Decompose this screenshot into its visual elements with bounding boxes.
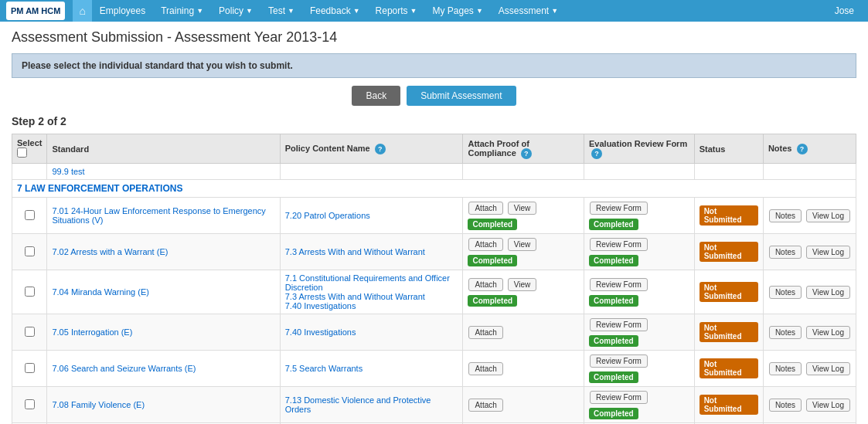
review-form-button[interactable]: Review Form [590,354,648,368]
attach-button[interactable]: Attach [468,238,502,251]
eval-review-help-icon[interactable]: ? [591,148,602,159]
review-completed-badge: Completed [589,295,638,307]
attach-button[interactable]: Attach [468,202,502,215]
nav-feedback[interactable]: Feedback▼ [302,0,368,22]
attach-button[interactable]: Attach [468,326,502,339]
policy-link[interactable]: 7.40 Investigations [285,301,356,310]
policy-link[interactable]: 7.3 Arrests With and Without Warrant [285,247,425,256]
eval-review-cell: Review FormCompleted [584,198,695,234]
standard-link[interactable]: 99.9 test [52,167,84,176]
eval-review-cell: Review FormCompleted [584,270,695,314]
col-attach-proof: Attach Proof of Compliance ? [463,134,584,164]
nav-training[interactable]: Training▼ [153,0,211,22]
standard-link[interactable]: 7.01 24-Hour Law Enforcement Response to… [52,206,265,225]
row-checkbox[interactable] [25,246,35,256]
nav-mypages[interactable]: My Pages▼ [425,0,491,22]
notes-container: NotesView Log [768,209,851,223]
view-log-button[interactable]: View Log [806,286,850,299]
status-container: Not Submitted [700,358,758,378]
col-standard: Standard [47,134,280,164]
review-form-container: Review FormCompleted [589,354,689,383]
logo: PM AM HCM [6,2,65,20]
review-form-button[interactable]: Review Form [590,202,648,215]
view-button[interactable]: View [508,278,537,291]
policy-link[interactable]: 7.3 Arrests With and Without Warrant [285,292,425,301]
view-button[interactable]: View [508,238,537,251]
standard-link[interactable]: 7.08 Family Violence (E) [52,400,145,409]
attach-button[interactable]: Attach [468,362,502,375]
section-header-link[interactable]: 7 LAW ENFORCEMENT OPERATIONS [17,183,182,194]
back-button[interactable]: Back [352,86,400,106]
not-submitted-badge: Not Submitted [700,282,758,302]
policy-content-cell [280,164,463,180]
view-log-button[interactable]: View Log [806,362,850,375]
eval-review-cell: Review FormCompleted [584,314,695,351]
policy-content-help-icon[interactable]: ? [375,144,386,154]
submit-assessment-button[interactable]: Submit Assessment [407,86,516,106]
action-buttons: Back Submit Assessment [12,86,856,106]
status-cell [694,164,763,180]
policy-link[interactable]: 7.1 Constitutional Requirements and Offi… [285,273,450,292]
chevron-down-icon: ▼ [353,0,360,22]
notes-cell: NotesView Log [763,314,856,351]
review-form-container: Review FormCompleted [589,277,689,307]
attach-proof-cell: Attach [463,314,584,351]
view-button[interactable]: View [508,202,537,215]
view-log-button[interactable]: View Log [806,209,850,222]
policy-link[interactable]: 7.20 Patrol Operations [285,211,370,220]
notes-button[interactable]: Notes [769,209,802,222]
standard-link[interactable]: 7.04 Miranda Warning (E) [52,287,149,297]
nav-employees[interactable]: Employees [92,0,153,22]
standard-link[interactable]: 7.05 Interrogation (E) [52,327,132,337]
review-form-button[interactable]: Review Form [590,238,648,251]
notes-button[interactable]: Notes [769,326,802,339]
attach-button[interactable]: Attach [468,399,502,412]
table-row: 7 LAW ENFORCEMENT OPERATIONS [12,180,856,198]
notes-help-icon[interactable]: ? [797,144,808,154]
standard-link[interactable]: 7.06 Search and Seizure Warrants (E) [52,364,196,373]
not-submitted-badge: Not Submitted [700,205,758,226]
nav-reports[interactable]: Reports▼ [368,0,425,22]
attach-proof-cell: AttachViewCompleted [463,270,584,314]
view-log-button[interactable]: View Log [806,326,850,339]
nav-test[interactable]: Test▼ [260,0,302,22]
eval-review-cell: Review FormCompleted [584,351,695,387]
review-form-button[interactable]: Review Form [590,278,648,291]
select-all-checkbox[interactable] [17,148,27,158]
policy-link[interactable]: 7.13 Domestic Violence and Protective Or… [285,395,431,414]
view-log-button[interactable]: View Log [806,246,850,259]
policy-link[interactable]: 7.40 Investigations [285,327,356,337]
home-button[interactable]: ⌂ [73,0,91,22]
chevron-down-icon: ▼ [288,0,294,22]
row-checkbox[interactable] [25,399,35,409]
step-label: Step 2 of 2 [12,115,856,127]
review-completed-badge: Completed [589,255,638,266]
attach-completed-badge: Completed [468,219,517,230]
user-name: Jose [835,5,862,16]
notes-button[interactable]: Notes [769,362,802,375]
notes-button[interactable]: Notes [769,286,802,299]
review-form-button[interactable]: Review Form [590,391,648,404]
standard-link[interactable]: 7.02 Arrests with a Warrant (E) [52,247,168,256]
row-checkbox[interactable] [25,210,35,220]
notes-button[interactable]: Notes [769,399,802,412]
notes-button[interactable]: Notes [769,246,802,259]
policy-link[interactable]: 7.5 Search Warrants [285,364,363,373]
status-cell: Not Submitted [694,270,763,314]
status-cell: Not Submitted [694,314,763,351]
view-log-button[interactable]: View Log [806,399,850,412]
status-container: Not Submitted [700,205,758,226]
nav-policy[interactable]: Policy▼ [211,0,260,22]
attach-button[interactable]: Attach [468,278,502,291]
attach-proof-help-icon[interactable]: ? [521,148,532,159]
notes-cell [763,164,856,180]
row-checkbox[interactable] [25,363,35,373]
attach-view-container: AttachViewCompleted [468,201,579,230]
chevron-down-icon: ▼ [410,0,417,22]
row-checkbox[interactable] [25,327,35,337]
col-select: Select [12,134,47,164]
review-form-button[interactable]: Review Form [590,318,648,331]
row-checkbox[interactable] [25,287,35,297]
attach-proof-cell: AttachViewCompleted [463,198,584,234]
nav-assessment[interactable]: Assessment▼ [491,0,566,22]
